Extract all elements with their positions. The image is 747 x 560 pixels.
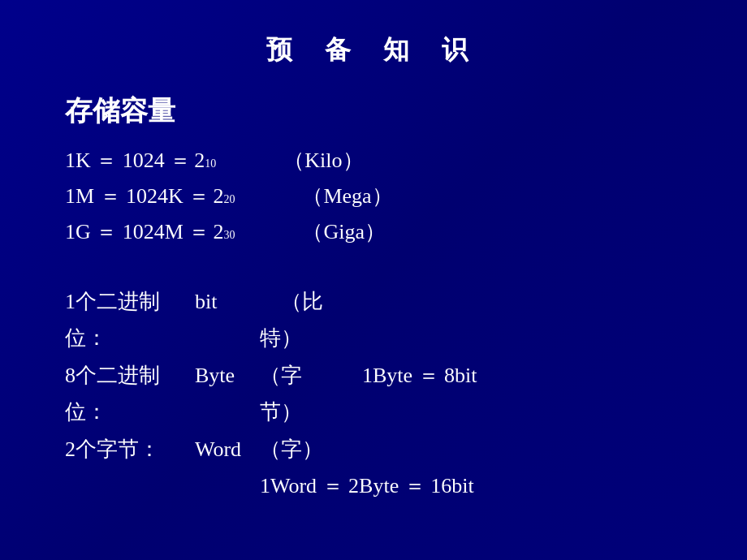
formula-1k-note: （Kilo）	[262, 143, 363, 179]
word-formula: 1Word ＝ 2Byte ＝ 16bit	[260, 474, 474, 498]
formula-1g-base: 2	[213, 214, 223, 250]
formula-1m-prefix: 1M ＝ 1024K ＝	[65, 179, 209, 214]
formula-1m-note: （Mega）	[281, 179, 392, 214]
bit-label-1: 1个二进制位：	[65, 283, 195, 357]
bit-term-bit: bit	[195, 283, 260, 321]
formula-1m-power: 220	[213, 179, 278, 214]
slide: 预 备 知 识 存储容量 1K ＝ 1024 ＝ 210 （Kilo） 1M ＝…	[0, 0, 747, 560]
storage-section: 存储容量 1K ＝ 1024 ＝ 210 （Kilo） 1M ＝ 1024K ＝…	[65, 93, 393, 251]
bit-line-bit: 1个二进制位： bit （比特）	[65, 283, 477, 357]
formula-1k-base: 2	[194, 143, 205, 179]
formula-1g-power: 230	[213, 214, 278, 250]
word-formula-line: 1Word ＝ 2Byte ＝ 16bit	[65, 467, 477, 505]
bit-desc-word: （字）	[260, 431, 341, 468]
bit-desc-byte: （字节）	[260, 357, 341, 431]
formula-1g-note: （Giga）	[281, 214, 386, 250]
formula-1m-base: 2	[213, 179, 223, 214]
bit-section: 1个二进制位： bit （比特） 8个二进制位： Byte （字节） 1Byte…	[65, 283, 477, 505]
bit-desc-bit: （比特）	[260, 283, 341, 357]
bit-extra-byte: 1Byte ＝ 8bit	[341, 357, 477, 394]
bit-term-byte: Byte	[195, 357, 260, 394]
formula-1k-prefix: 1K ＝ 1024 ＝	[65, 143, 191, 179]
formula-line-1g: 1G ＝ 1024M ＝ 230 （Giga）	[65, 214, 393, 250]
formula-1k-power: 210	[194, 143, 259, 179]
slide-title: 预 备 知 识	[65, 32, 682, 68]
bit-term-word: Word	[195, 431, 260, 468]
bit-line-byte: 8个二进制位： Byte （字节） 1Byte ＝ 8bit	[65, 357, 477, 431]
formula-line-1m: 1M ＝ 1024K ＝ 220 （Mega）	[65, 179, 393, 214]
section-heading: 存储容量	[65, 93, 393, 130]
formula-1g-prefix: 1G ＝ 1024M ＝	[65, 214, 209, 250]
formula-line-1k: 1K ＝ 1024 ＝ 210 （Kilo）	[65, 143, 393, 179]
bit-label-2byte: 2个字节：	[65, 431, 195, 468]
bit-label-8: 8个二进制位：	[65, 357, 195, 431]
bit-line-word: 2个字节： Word （字）	[65, 431, 477, 468]
